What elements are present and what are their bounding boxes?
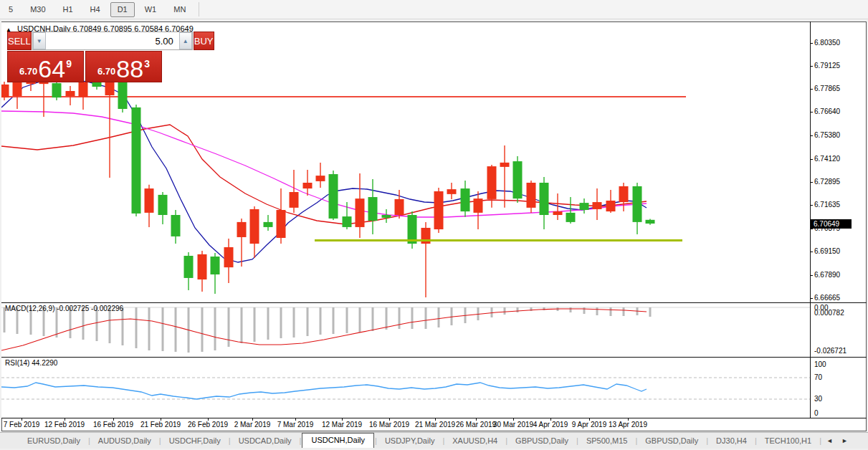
candle-body	[593, 202, 602, 209]
tab-usdchf-daily[interactable]: USDCHF,Daily	[162, 434, 228, 447]
date-axis-label: 16 Feb 2019	[93, 421, 133, 429]
tab-scroll-right-icon[interactable]: ►	[837, 437, 852, 444]
indicator-axis-label: 0	[814, 409, 819, 417]
date-axis-tick	[295, 418, 296, 421]
candle-body	[329, 174, 338, 219]
candle-body	[303, 183, 313, 188]
candle-body	[316, 176, 325, 181]
candle-body	[513, 161, 523, 198]
date-axis-label: 26 Mar 2019	[456, 421, 496, 429]
macd-label: MACD(12,26,9) -0.002725 -0.002296	[5, 305, 123, 312]
date-axis-label: 2 Mar 2019	[234, 421, 271, 429]
divider-macd-rsi[interactable]	[1, 357, 867, 358]
tab-audusd-daily[interactable]: AUDUSD,Daily	[91, 434, 158, 447]
tab-eurusd-daily[interactable]: EURUSD,Daily	[20, 434, 87, 447]
candle-body	[1, 85, 9, 97]
current-price-tag: 6.70649	[811, 219, 852, 229]
price-axis-label: 6.72895	[814, 178, 840, 186]
divider-price-macd[interactable]	[1, 302, 867, 303]
buy-price-button[interactable]: 6.70 88 3	[85, 51, 162, 82]
sell-price-button[interactable]: 6.70 64 9	[7, 51, 84, 82]
candle-body	[237, 222, 247, 237]
sell-price-pip: 9	[66, 58, 72, 70]
timeframe-button-MN[interactable]: MN	[166, 2, 193, 17]
candle-body	[474, 198, 483, 213]
tab-sp500-m15[interactable]: SP500,M15	[579, 434, 634, 447]
indicator-axis-label: 100	[814, 360, 826, 368]
sell-price-prefix: 6.70	[19, 66, 37, 77]
date-axis-label: 13 Apr 2019	[609, 421, 647, 429]
indicator-axis-label: -0.026721	[814, 347, 846, 355]
date-axis-tick	[550, 418, 551, 421]
date-axis-tick	[389, 418, 390, 421]
date-axis-label: 21 Mar 2019	[415, 421, 455, 429]
buy-button[interactable]: BUY	[194, 32, 214, 50]
date-axis-tick	[342, 418, 343, 421]
date-axis-label: 30 Mar 2019	[493, 421, 533, 429]
date-axis-tick	[208, 418, 209, 421]
chevron-up-icon: ▲	[183, 38, 189, 44]
price-axis-label: 6.74120	[814, 155, 840, 163]
rsi-panel[interactable]	[1, 358, 810, 418]
candle-body	[500, 163, 510, 167]
price-axis-label: 6.67890	[814, 271, 840, 279]
candle-body	[132, 107, 141, 214]
candle-body	[527, 183, 536, 208]
timeframe-button-W1[interactable]: W1	[138, 2, 164, 17]
sell-price-big: 64	[38, 58, 65, 80]
buy-price-big: 88	[116, 58, 143, 80]
sell-button[interactable]: SELL	[7, 32, 32, 50]
timeframe-button-M30[interactable]: M30	[23, 2, 52, 17]
timeframe-button-H4[interactable]: H4	[83, 2, 108, 17]
date-axis-tick	[476, 418, 477, 421]
candle-body	[580, 203, 589, 210]
volume-input[interactable]	[46, 32, 179, 49]
symbol-tab-bar: EURUSD,Daily|AUDUSD,Daily|USDCHF,Daily|U…	[0, 432, 868, 449]
tab-xauusd-h4[interactable]: XAUUSD,H4	[445, 434, 505, 447]
tab-usdjpy-daily[interactable]: USDJPY,Daily	[378, 434, 442, 447]
tab-usdcnh-daily[interactable]: USDCNH,Daily	[302, 433, 374, 448]
candle-body	[118, 81, 128, 109]
price-axis-label: 6.77865	[814, 85, 840, 92]
date-axis-tick	[161, 418, 161, 421]
tab-tech100-h1[interactable]: TECH100,H1	[758, 434, 819, 447]
indicator-axis-label: 70	[814, 373, 822, 381]
tab-gbpusd-daily[interactable]: GBPUSD,Daily	[638, 434, 705, 447]
candle-body	[461, 188, 470, 211]
candle-body	[79, 82, 88, 97]
date-axis-tick	[113, 418, 114, 421]
buy-price-prefix: 6.70	[97, 66, 115, 77]
volume-spinner: ▼ ▲	[32, 32, 193, 50]
volume-increase-button[interactable]: ▲	[179, 32, 192, 49]
candle-body	[250, 209, 259, 244]
date-axis-label: 16 Mar 2019	[369, 421, 409, 429]
candle-body	[66, 91, 75, 96]
date-axis-label: 9 Apr 2019	[572, 421, 606, 429]
timeframe-button-D1[interactable]: D1	[110, 2, 135, 17]
tab-dj30-h4[interactable]: DJ30,H4	[709, 434, 754, 447]
chevron-down-icon: ▼	[37, 38, 42, 44]
candle-body	[553, 211, 563, 215]
buy-price-pip: 3	[144, 58, 150, 70]
candle-body	[646, 220, 655, 224]
tab-gbpusd-daily[interactable]: GBPUSD,Daily	[508, 434, 576, 447]
volume-decrease-button[interactable]: ▼	[33, 32, 46, 49]
candle-body	[277, 210, 286, 238]
candle-body	[198, 254, 207, 279]
date-axis-label: 4 Apr 2019	[533, 421, 568, 429]
rsi-label: RSI(14) 44.2290	[5, 359, 57, 367]
timeframe-button-5[interactable]: 5	[1, 2, 20, 17]
candle-body	[52, 83, 62, 97]
timeframe-button-H1[interactable]: H1	[56, 2, 80, 17]
tab-usdcad-daily[interactable]: USDCAD,Daily	[232, 434, 299, 447]
candle-body	[540, 183, 549, 215]
date-axis-tick	[22, 418, 22, 421]
candle-body	[264, 222, 273, 227]
tab-scroll-left-icon[interactable]: ◄	[822, 437, 837, 444]
date-axis-label: 26 Feb 2019	[188, 421, 228, 429]
candle-body	[447, 189, 457, 194]
price-axis-label: 6.79125	[814, 62, 840, 70]
candle-body	[434, 191, 444, 229]
price-axis-label: 6.80350	[814, 39, 840, 47]
price-axis-label: 6.66665	[814, 294, 840, 302]
